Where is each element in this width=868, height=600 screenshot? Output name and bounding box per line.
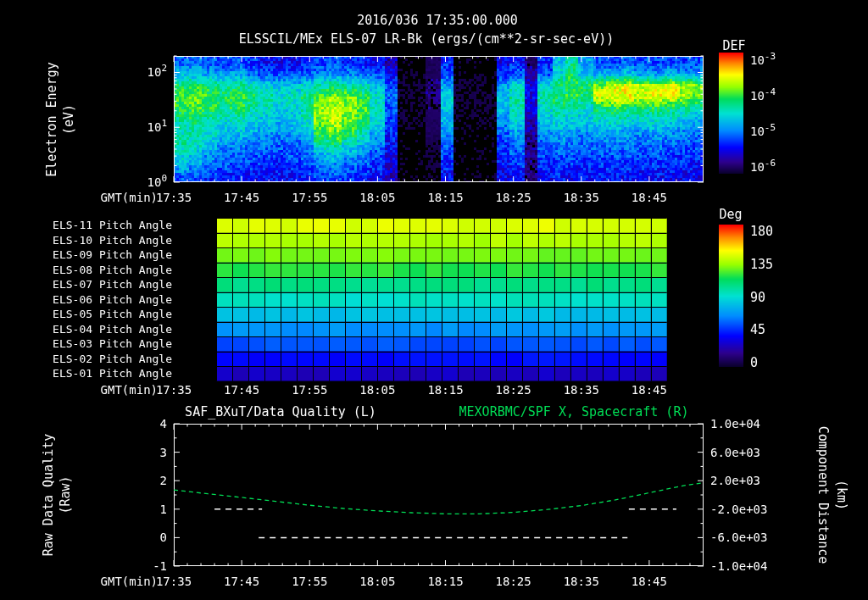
x-axis-ticks [174,56,690,182]
energy-tick-label: 101 [147,118,167,134]
time-tick-label: 17:55 [292,191,327,204]
time-tick-label: 18:15 [427,191,463,204]
distance-tick-label: 6.0e+03 [710,446,760,459]
time-tick-label: 17:35 [156,191,192,204]
distance-tick-label: -1.0e+04 [710,559,767,573]
deg-colorbar-tick: 180 [750,224,773,239]
time-tick-label: 17:35 [156,383,192,397]
bottom-panel-frame [175,425,704,566]
time-tick-label: 18:05 [359,191,395,204]
distance-tick-label: 1.0e+04 [710,417,760,431]
time-tick-label: 18:15 [427,575,463,588]
time-tick-label: 17:55 [292,383,327,397]
quality-tick-label: 0 [160,531,167,544]
def-colorbar-tick: 10-6 [750,158,776,174]
pitch-row-label: ELS-08 Pitch Angle [53,264,172,276]
y-axis-units-raw: (Raw) [58,475,73,514]
gmt-label-middle: GMT(min) [101,383,158,397]
distance-tick-label: -2.0e+03 [710,503,767,516]
distance-tick-label: 2.0e+03 [710,474,760,487]
energy-tick-label: 102 [147,63,167,79]
time-tick-label: 18:15 [427,383,463,397]
def-colorbar-tick: 10-3 [750,51,776,67]
pitch-row-label: ELS-05 Pitch Angle [53,308,172,320]
gmt-label-bottom: GMT(min) [101,575,158,588]
time-tick-label: 17:55 [292,575,327,588]
gmt-label-top: GMT(min) [101,191,158,204]
energy-tick-label: 100 [147,173,167,189]
y-axis-title-component-distance: Component Distance [815,426,831,564]
pitch-row-label: ELS-03 Pitch Angle [53,337,172,350]
time-tick-label: 18:35 [564,575,599,588]
instrument-title: ELSSCIL/MEx ELS-07 LR-Bk (ergs/(cm**2-sr… [239,31,615,47]
quality-tick-label: 1 [160,503,167,516]
def-colorbar-tick: 10-4 [750,86,776,103]
bottom-panel-title-right: MEXORBMC/SPF X, Spacecraft (R) [459,404,689,419]
plot-timestamp-title: 2016/036 17:35:00.000 [357,13,518,28]
time-tick-label: 18:05 [359,575,395,588]
plot-page: 2016/036 17:35:00.000 ELSSCIL/MEx ELS-07… [0,0,868,600]
distance-tick-label: -6.0e+03 [710,531,767,544]
y-axis-units-km: (km) [834,480,849,510]
y-axis-title-raw-quality: Raw Data Quality [41,434,56,557]
pitch-row-label: ELS-10 Pitch Angle [53,234,172,247]
deg-colorbar-tick: 45 [750,322,765,337]
time-tick-label: 18:25 [496,383,531,397]
pitch-row-label: ELS-04 Pitch Angle [53,323,172,336]
quality-tick-label: 2 [160,474,167,487]
time-tick-label: 17:35 [156,575,192,588]
time-tick-label: 17:45 [224,383,259,397]
time-tick-label: 18:45 [632,191,667,204]
pitch-row-label: ELS-07 Pitch Angle [53,278,172,291]
bottom-y-ticks [174,424,704,566]
axes-overlay: 2016/036 17:35:00.000 ELSSCIL/MEx ELS-07… [0,0,868,600]
time-tick-label: 18:35 [564,191,599,204]
deg-colorbar-tick: 90 [750,290,765,305]
quality-tick-label: -1 [153,559,167,573]
pitch-row-label: ELS-11 Pitch Angle [53,219,172,231]
pitch-row-label: ELS-09 Pitch Angle [53,248,172,261]
time-tick-label: 18:25 [496,191,531,204]
pitch-row-label: ELS-06 Pitch Angle [53,293,172,306]
spectrogram-frame [175,57,704,182]
y-axis-title-electron-energy: Electron Energy [44,62,59,176]
spectrogram-y-ticks [174,56,704,182]
colorbar-def-label: DEF [722,38,745,53]
deg-colorbar-tick: 135 [750,257,773,272]
quality-tick-label: 4 [160,417,167,431]
time-tick-label: 17:45 [224,575,259,588]
time-tick-label: 18:45 [632,383,667,397]
quality-tick-label: 3 [160,446,167,459]
time-tick-label: 18:25 [496,575,531,588]
pitch-row-label: ELS-02 Pitch Angle [53,353,172,365]
deg-colorbar-tick: 0 [750,355,758,370]
time-tick-label: 17:45 [224,191,259,204]
time-tick-label: 18:05 [359,383,395,397]
y-axis-units-ev: (eV) [61,104,76,135]
def-colorbar-tick: 10-5 [750,122,776,138]
bottom-panel-title-left: SAF_BXuT/Data Quality (L) [185,404,376,419]
time-tick-label: 18:35 [564,383,599,397]
colorbar-deg-label: Deg [719,207,742,222]
x-axis-ticks [174,424,690,566]
pitch-row-label: ELS-01 Pitch Angle [53,367,172,380]
time-tick-label: 18:45 [632,575,667,588]
